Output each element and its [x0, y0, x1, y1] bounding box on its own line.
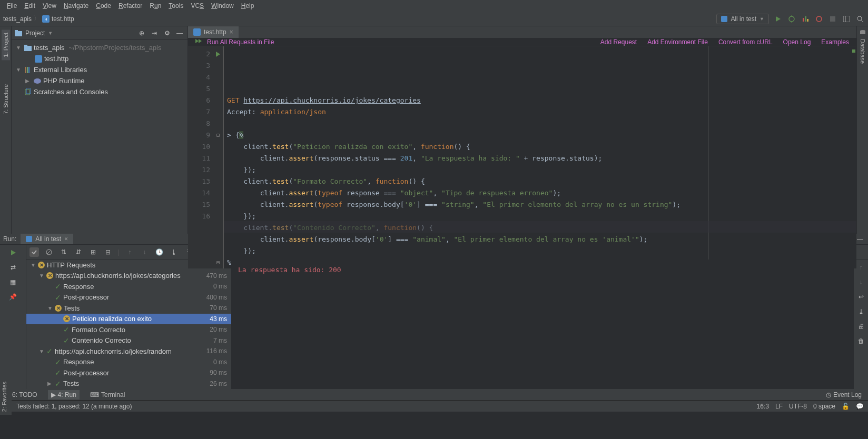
external-libraries[interactable]: ▼External Libraries [12, 64, 188, 75]
search-everywhere-button[interactable] [855, 14, 865, 24]
test-tree-row[interactable]: ✓Response0 ms [26, 357, 231, 368]
menu-navigate[interactable]: Navigate [60, 1, 92, 11]
add-env-link[interactable]: Add Environment File [647, 38, 708, 46]
menu-tools[interactable]: Tools [165, 1, 187, 11]
next-button[interactable]: ↓ [140, 247, 149, 257]
test-console[interactable]: La respuesta ha sido: 200 [232, 260, 853, 389]
test-tree-row[interactable]: ✓Response0 ms [26, 281, 231, 292]
down-icon[interactable]: ↓ [856, 277, 866, 287]
notification-icon[interactable]: 💬 [856, 403, 864, 410]
clear-icon[interactable]: 🗑 [856, 336, 866, 346]
encoding[interactable]: UTF-8 [789, 403, 807, 410]
menu-help[interactable]: Help [238, 1, 258, 11]
show-ignored-button[interactable] [44, 247, 54, 257]
caret-position[interactable]: 16:3 [757, 403, 769, 410]
menu-run[interactable]: Run [146, 1, 165, 11]
test-tree-row[interactable]: ✓Formato Correcto20 ms [26, 324, 231, 335]
bottom-tool-stripe: ≡6: TODO ▶4: Run ⌨Terminal ◷Event Log [0, 388, 868, 400]
svg-rect-32 [860, 31, 865, 34]
coverage-button[interactable] [801, 14, 810, 24]
menu-file[interactable]: File [3, 1, 21, 11]
print-icon[interactable]: 🖨 [856, 322, 866, 331]
open-log-link[interactable]: Open Log [783, 38, 811, 46]
project-file[interactable]: test.http [12, 53, 188, 64]
hide-icon[interactable]: — [175, 28, 184, 38]
test-tree-row[interactable]: ▼✕https://api.chucknorris.io/jokes/categ… [26, 271, 231, 282]
show-passed-button[interactable] [29, 247, 39, 257]
run-tab[interactable]: ▶4: Run [48, 390, 80, 400]
project-tool-tab[interactable]: 1: Project [2, 29, 10, 60]
sort-alpha-button[interactable]: ⇵ [74, 247, 83, 257]
project-root[interactable]: ▼tests_apis~/PhpstormProjects/tests_apis [12, 42, 188, 53]
menu-refactor[interactable]: Refactor [115, 1, 146, 11]
convert-curl-link[interactable]: Convert from cURL [718, 38, 773, 46]
locate-icon[interactable]: ⊕ [137, 28, 146, 38]
run-tab[interactable]: All in test × [21, 234, 73, 244]
menu-window[interactable]: Window [208, 1, 238, 11]
code-text[interactable]: GET https://api.chucknorris.io/jokes/cat… [223, 46, 856, 268]
prev-button[interactable]: ↑ [125, 247, 134, 257]
svg-marker-3 [776, 16, 781, 22]
collapse-icon[interactable]: ⇥ [150, 28, 159, 38]
rerun-button[interactable] [8, 248, 18, 257]
collapse-button[interactable]: ⊟ [103, 247, 113, 257]
expand-button[interactable]: ⊞ [88, 247, 98, 257]
hide-icon[interactable]: — [855, 234, 865, 244]
menu-view[interactable]: View [39, 1, 60, 11]
menu-vcs[interactable]: VCS [187, 1, 208, 11]
editor-tabs: test.http × [188, 26, 856, 38]
editor-tab-label: test.http [204, 28, 226, 36]
run-config-selector[interactable]: All in test ▼ [716, 14, 769, 24]
menu-code[interactable]: Code [92, 1, 115, 11]
line-separator[interactable]: LF [775, 403, 783, 410]
layout-button[interactable] [842, 14, 851, 24]
structure-tool-tab[interactable]: 7: Structure [2, 81, 10, 117]
layout-button[interactable]: ▦ [8, 277, 18, 287]
test-tree-row[interactable]: ▼✕Tests70 ms [26, 303, 231, 314]
svg-rect-11 [830, 16, 835, 22]
stop-button[interactable] [828, 14, 837, 24]
add-request-link[interactable]: Add Request [600, 38, 637, 46]
import-button[interactable]: ⭳ [169, 247, 179, 257]
test-tree-row[interactable]: ✓Post-processor400 ms [26, 292, 231, 303]
close-icon[interactable]: × [64, 235, 68, 243]
test-tree-row[interactable]: ▶✓Tests26 ms [26, 378, 231, 390]
php-runtime[interactable]: ▶PHP Runtime [12, 75, 188, 86]
run-icon [195, 39, 203, 45]
toggle-auto-button[interactable]: ⇄ [8, 263, 18, 272]
svg-rect-19 [24, 45, 27, 47]
debug-button[interactable] [787, 14, 796, 24]
scratches[interactable]: Scratches and Consoles [12, 86, 188, 97]
scroll-icon[interactable]: ⤓ [856, 307, 866, 316]
terminal-tab[interactable]: ⌨Terminal [87, 390, 128, 400]
gear-icon[interactable]: ⚙ [162, 28, 172, 38]
close-icon[interactable]: × [230, 28, 233, 36]
profile-button[interactable] [814, 14, 824, 24]
navigation-bar: tests_apis 〉 H test.http All in test ▼ [0, 12, 868, 26]
history-button[interactable]: 🕓 [154, 247, 164, 257]
indent[interactable]: 0 space [813, 403, 835, 410]
test-tree-row[interactable]: ▼✓https://api.chucknorris.io/jokes/rando… [26, 346, 231, 357]
breadcrumb: tests_apis 〉 H test.http [3, 14, 74, 23]
breadcrumb-root[interactable]: tests_apis [3, 15, 32, 23]
wrap-icon[interactable]: ↩ [856, 292, 866, 302]
favorites-tool-tab[interactable]: 2: Favorites [0, 378, 8, 415]
code-editor[interactable]: 2345678910111213141516 GET https://api.c… [188, 46, 856, 268]
event-log-tab[interactable]: ◷Event Log [823, 390, 865, 400]
breadcrumb-file[interactable]: test.http [52, 15, 74, 23]
pin-button[interactable]: 📌 [8, 292, 18, 302]
menu-edit[interactable]: Edit [21, 1, 39, 11]
test-tree-row[interactable]: ✓Post-processor90 ms [26, 367, 231, 378]
readonly-icon[interactable]: 🔓 [842, 403, 850, 410]
run-button[interactable] [773, 14, 783, 24]
test-tree-row[interactable]: ✓Contenido Correcto7 ms [26, 335, 231, 346]
project-tool-window: Project ▼ ⊕ ⇥ ⚙ — ▼tests_apis~/PhpstormP… [12, 26, 188, 234]
editor-tab[interactable]: test.http × [188, 26, 239, 38]
sort-button[interactable]: ⇅ [59, 247, 68, 257]
run-all-requests[interactable]: Run All Requests in File [195, 38, 274, 46]
up-icon[interactable]: ↑ [856, 263, 866, 272]
chevron-down-icon[interactable]: ▼ [48, 31, 53, 36]
examples-link[interactable]: Examples [821, 38, 849, 46]
test-tree-row[interactable]: ✕Peticion realizda con exito43 ms [26, 314, 231, 325]
database-tool-tab[interactable]: Database [859, 36, 867, 67]
